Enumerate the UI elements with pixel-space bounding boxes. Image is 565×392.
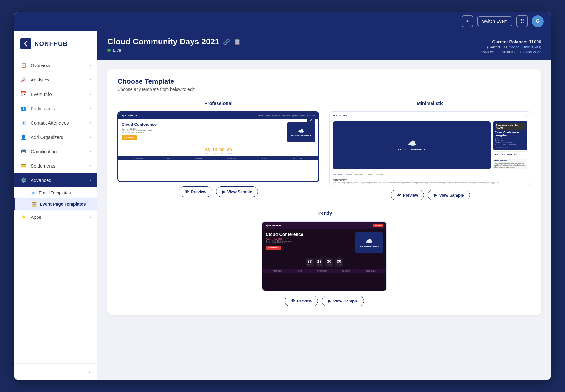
preview-icon-3: 👁 bbox=[291, 298, 295, 303]
preview-icon: 👁 bbox=[185, 189, 189, 194]
add-event-button[interactable]: + bbox=[462, 15, 473, 27]
trendy-view-sample-button[interactable]: ▶ View Sample bbox=[322, 296, 364, 306]
event-header: Cloud Community Days 2021 🔗 📋 Live Curre… bbox=[98, 31, 551, 60]
trendy-preview-button[interactable]: 👁 Preview bbox=[285, 296, 318, 306]
apps-icon: ⚡ bbox=[20, 213, 27, 220]
tmpl-nav-links: About Pricing Speakers Schedule Agenda V… bbox=[258, 115, 316, 117]
balance-title: Current Balance: ₹1000 bbox=[480, 39, 541, 44]
minimalistic-view-sample-button[interactable]: ▶ View Sample bbox=[428, 190, 470, 200]
advanced-arrow: › bbox=[90, 178, 91, 182]
add-organizers-icon: 👤 bbox=[20, 134, 27, 140]
switch-event-button[interactable]: Switch Event bbox=[477, 16, 512, 26]
sidebar-item-apps[interactable]: ⚡ Apps › bbox=[14, 210, 97, 224]
tmpl-hero-title: Cloud Conference bbox=[122, 122, 284, 127]
choose-template-card: Choose Template Choose any template from… bbox=[108, 69, 541, 315]
minimalistic-actions: 👁 Preview ▶ View Sample bbox=[391, 190, 470, 200]
nav-items: 📋 Overview › 📈 Analytics › 📅 Event Info … bbox=[14, 56, 97, 363]
minimalistic-preview-wrap[interactable]: ◀KONFHUB ≡ ☁️ CLOUD CONFERENCE bbox=[329, 111, 531, 185]
sidebar-collapse-button[interactable]: ‹ bbox=[89, 369, 91, 375]
tmpl-buy-btn[interactable]: Buy Tickets bbox=[122, 135, 137, 140]
template-col-minimalistic: Minimalistic ◀KONFHUB ≡ bbox=[329, 100, 531, 200]
balance-detail-text: (Sale: ₹500, bbox=[487, 45, 509, 49]
settle-date-link[interactable]: 18 May 2023 bbox=[520, 50, 541, 54]
event-status-row: Live bbox=[108, 48, 241, 53]
event-info-label: Event Info bbox=[31, 91, 90, 97]
settlements-icon: 💳 bbox=[20, 162, 27, 169]
copy-icon[interactable]: 📋 bbox=[234, 38, 241, 45]
event-page-templates-label: Event Page Templates bbox=[40, 202, 86, 207]
page-content: Choose Template Choose any template from… bbox=[98, 60, 551, 380]
templates-single: Trendy ◀KONFHUB In-Person bbox=[118, 210, 531, 306]
tmpl-nav-logo: ◀KONFHUB bbox=[122, 114, 137, 117]
overview-label: Overview bbox=[31, 63, 90, 68]
sidebar-item-overview[interactable]: 📋 Overview › bbox=[14, 58, 97, 72]
top-bar: + Switch Event ⠿ G bbox=[14, 12, 551, 31]
sidebar-item-settlements[interactable]: 💳 Settlements › bbox=[14, 159, 97, 173]
sidebar-sub-event-page-templates[interactable]: 🖼️ Event Page Templates bbox=[14, 198, 97, 210]
template-col-professional: Professional ✓ ◀KONFHUB bbox=[118, 100, 319, 200]
participants-icon: 👥 bbox=[20, 105, 27, 112]
main-layout: KONFHUB 📋 Overview › 📈 Analytics › 📅 bbox=[14, 31, 551, 380]
content-area: Cloud Community Days 2021 🔗 📋 Live Curre… bbox=[98, 31, 551, 380]
sidebar-item-contact-attendees[interactable]: 📧 Contact Attendees › bbox=[14, 115, 97, 130]
balance-area: Current Balance: ₹1000 (Sale: ₹500, Adde… bbox=[480, 39, 541, 54]
tmpl-nav: ◀KONFHUB About Pricing Speakers Schedule… bbox=[118, 112, 318, 119]
minimalistic-preview-button[interactable]: 👁 Preview bbox=[391, 190, 424, 200]
link-icon[interactable]: 🔗 bbox=[223, 38, 230, 45]
sidebar: KONFHUB 📋 Overview › 📈 Analytics › 📅 bbox=[14, 31, 98, 380]
sidebar-item-analytics[interactable]: 📈 Analytics › bbox=[14, 72, 97, 87]
logo-area: KONFHUB bbox=[14, 31, 97, 56]
balance-settle: ₹500 will be Settled on 18 May 2023 bbox=[480, 50, 541, 54]
trendy-label: Trendy bbox=[317, 210, 332, 216]
tmpl-countdown: 33 DAYS 13 HRS 30 bbox=[118, 145, 318, 156]
status-dot bbox=[108, 49, 111, 52]
sidebar-item-participants[interactable]: 👥 Participants › bbox=[14, 101, 97, 115]
sidebar-item-advanced[interactable]: ⚙️ Advanced › bbox=[14, 173, 97, 187]
trendy-actions: 👁 Preview ▶ View Sample bbox=[285, 296, 364, 306]
event-page-templates-icon: 🖼️ bbox=[32, 202, 37, 207]
grid-icon-button[interactable]: ⠿ bbox=[516, 15, 528, 27]
event-info-arrow: › bbox=[90, 92, 91, 96]
play-icon-3: ▶ bbox=[328, 298, 331, 303]
tmpl-hero: Cloud Conference Dec 4th - 6th, 2023 Day… bbox=[118, 119, 318, 145]
logo-text: KONFHUB bbox=[34, 40, 68, 47]
minimalistic-mockup: ◀KONFHUB ≡ ☁️ CLOUD CONFERENCE bbox=[330, 112, 531, 185]
email-templates-label: Email Templates bbox=[39, 190, 71, 195]
contact-attendees-arrow: › bbox=[90, 120, 91, 125]
trendy-preview-inner[interactable]: ◀KONFHUB In-Person Cloud Conference Thu … bbox=[262, 221, 387, 291]
advanced-icon: ⚙️ bbox=[20, 177, 27, 184]
sidebar-bottom: ‹ bbox=[14, 363, 97, 380]
add-organizers-label: Add Organizers bbox=[31, 135, 90, 140]
user-avatar-button[interactable]: G bbox=[532, 15, 544, 27]
page-title: Choose Template bbox=[118, 77, 531, 86]
sidebar-sub-email-templates[interactable]: 📧 Email Templates bbox=[14, 187, 97, 198]
professional-view-sample-button[interactable]: ▶ View Sample bbox=[216, 186, 258, 197]
added-fund-link[interactable]: Added Fund: ₹500 bbox=[509, 45, 540, 49]
professional-actions: 👁 Preview ▶ View Sample bbox=[179, 186, 258, 197]
app-container: + Switch Event ⠿ G KONFHUB 📋 Overview bbox=[14, 12, 551, 380]
gamification-label: Gamification bbox=[31, 149, 90, 154]
contact-attendees-icon: 📧 bbox=[20, 119, 27, 126]
gamification-arrow: › bbox=[90, 149, 91, 154]
templates-grid: Professional ✓ ◀KONFHUB bbox=[118, 100, 531, 200]
sidebar-item-gamification[interactable]: 🎮 Gamification › bbox=[14, 144, 97, 159]
settlements-arrow: › bbox=[90, 164, 91, 168]
apps-label: Apps bbox=[31, 214, 90, 220]
professional-preview-button[interactable]: 👁 Preview bbox=[179, 186, 212, 197]
sidebar-item-add-organizers[interactable]: 👤 Add Organizers › bbox=[14, 130, 97, 144]
apps-arrow: › bbox=[90, 215, 91, 219]
sidebar-item-event-info[interactable]: 📅 Event Info › bbox=[14, 87, 97, 101]
email-templates-icon: 📧 bbox=[31, 191, 36, 195]
minimalistic-label: Minimalistic bbox=[417, 100, 444, 106]
professional-preview-wrap[interactable]: ✓ ◀KONFHUB About P bbox=[118, 111, 319, 182]
event-header-inner: Cloud Community Days 2021 🔗 📋 Live Curre… bbox=[108, 37, 541, 54]
gamification-icon: 🎮 bbox=[20, 148, 27, 155]
settlements-label: Settlements bbox=[31, 163, 90, 169]
overview-arrow: › bbox=[90, 63, 91, 67]
page-subtitle: Choose any template from below to edit bbox=[118, 87, 531, 92]
event-title-row: Cloud Community Days 2021 🔗 📋 bbox=[108, 37, 241, 47]
add-organizers-arrow: › bbox=[90, 135, 91, 139]
participants-label: Participants bbox=[31, 106, 90, 111]
status-text: Live bbox=[113, 48, 121, 53]
trendy-preview-wrap: ◀KONFHUB In-Person Cloud Conference Thu … bbox=[262, 221, 387, 291]
